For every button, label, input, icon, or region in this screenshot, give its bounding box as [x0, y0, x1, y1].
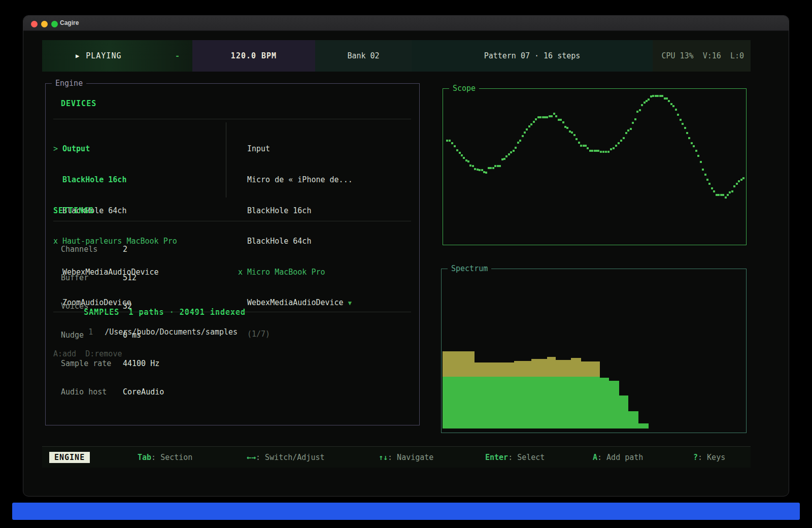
column-divider [226, 122, 226, 197]
bank-value: Bank 02 [347, 51, 379, 60]
pattern-value: Pattern 07 · 16 steps [484, 51, 581, 60]
input-list-header: Input [238, 144, 353, 154]
key-hint-navigate: ↑↓: Navigate [379, 447, 433, 468]
input-device-item[interactable]: WebexMediaAudioDevice ▼ [238, 298, 353, 308]
zoom-button[interactable] [51, 21, 58, 27]
divider [53, 119, 411, 119]
mode-badge: ENGINE [49, 447, 90, 468]
sample-path-row[interactable]: 1/Users/bubo/Documents/samples [61, 318, 238, 346]
devices-heading: DEVICES [61, 99, 96, 108]
divider [53, 221, 411, 221]
app-window: Cagire ▶ PLAYING - 120.0 BPM Bank 02 Pat… [23, 15, 789, 497]
input-device-list: Input Micro de « iPhone de... BlackHole … [238, 123, 353, 360]
samples-key-hint: A:add D:remove [53, 349, 122, 358]
input-device-item[interactable]: BlackHole 64ch [238, 236, 353, 246]
key-hint-add-path: A: Add path [593, 447, 643, 468]
spectrum-bars-canvas [442, 269, 746, 433]
key-hint-keys: ?: Keys [693, 447, 725, 468]
status-bar: ▶ PLAYING - 120.0 BPM Bank 02 Pattern 07… [42, 40, 751, 72]
setting-row[interactable]: Buffer512 [61, 273, 164, 283]
scope-panel: Scope [443, 88, 747, 245]
bpm-value: 120.0 BPM [231, 51, 277, 60]
input-device-item[interactable]: Micro de « iPhone de... [238, 175, 353, 185]
scroll-down-icon: ▼ [348, 300, 352, 307]
divider [53, 312, 411, 312]
cursor-icon: > [53, 144, 62, 154]
beat-tick: - [175, 40, 180, 72]
setting-row[interactable]: Channels2 [61, 244, 164, 254]
output-device-item[interactable]: BlackHole 16ch [53, 175, 177, 185]
key-hint-arrows: ←→: Switch/Adjust [247, 447, 325, 468]
transport-label: PLAYING [86, 51, 121, 60]
minimize-button[interactable] [41, 21, 48, 27]
footer-key-bar: ENGINE Tab: Section ←→: Switch/Adjust ↑↓… [42, 446, 751, 468]
engine-panel: Engine DEVICES >Output BlackHole 16ch Bl… [45, 83, 420, 425]
sample-path-index: 1 [88, 327, 105, 337]
input-device-item[interactable]: xMicro MacBook Pro [238, 267, 353, 277]
output-list-header: >Output [53, 144, 177, 154]
bpm-display: 120.0 BPM [192, 40, 315, 72]
spectrum-panel: Spectrum [441, 269, 747, 433]
scope-waveform-canvas [443, 89, 746, 245]
setting-row[interactable]: Sample rate44100 Hz [61, 358, 164, 369]
transport-status: ▶ PLAYING - [42, 40, 192, 72]
key-hint-enter: Enter: Select [485, 447, 545, 468]
bank-display: Bank 02 [315, 40, 412, 72]
setting-row[interactable]: Audio hostCoreAudio [61, 387, 164, 397]
samples-meta: 1 paths · 20491 indexed [128, 308, 246, 317]
system-stats: CPU 13% V:16 L:0 [653, 40, 751, 72]
input-device-item[interactable]: BlackHole 16ch [238, 206, 353, 216]
sample-path-value: /Users/bubo/Documents/samples [105, 327, 238, 337]
settings-heading: SETTINGS [53, 206, 94, 215]
engine-panel-title: Engine [52, 79, 86, 88]
close-button[interactable] [31, 21, 38, 27]
titlebar: Cagire [23, 16, 789, 31]
key-hint-tab: Tab: Section [138, 447, 192, 468]
cpu-voices-latency: CPU 13% V:16 L:0 [661, 51, 744, 60]
play-icon: ▶ [76, 52, 80, 59]
window-title: Cagire [60, 19, 79, 26]
pattern-display: Pattern 07 · 16 steps [412, 40, 653, 72]
input-list-pagination: (1/7) [238, 329, 353, 339]
desktop-accent-strip [12, 503, 800, 520]
